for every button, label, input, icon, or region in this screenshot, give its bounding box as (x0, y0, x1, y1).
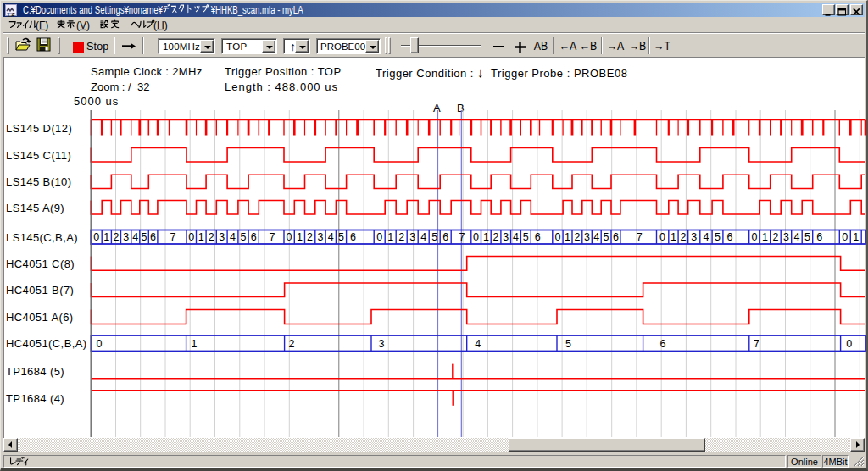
svg-text:4: 4 (230, 231, 236, 243)
svg-text:6: 6 (350, 231, 356, 243)
svg-text:1: 1 (483, 231, 489, 243)
svg-text:3: 3 (409, 231, 415, 243)
svg-text:3: 3 (219, 231, 225, 243)
svg-text:3: 3 (318, 231, 324, 243)
svg-text:4: 4 (704, 231, 709, 243)
svg-text:0: 0 (555, 231, 561, 243)
svg-text:3: 3 (783, 231, 789, 243)
svg-text:4: 4 (420, 231, 426, 243)
svg-text:2: 2 (680, 231, 686, 243)
svg-text:1: 1 (762, 231, 768, 243)
svg-text:2: 2 (113, 231, 119, 243)
svg-text:0: 0 (188, 231, 194, 243)
svg-text:6: 6 (251, 231, 257, 243)
svg-text:2: 2 (398, 231, 404, 243)
svg-text:0: 0 (93, 231, 99, 243)
svg-text:6: 6 (660, 338, 666, 350)
svg-text:5: 5 (142, 231, 147, 243)
svg-text:0: 0 (659, 231, 665, 243)
svg-text:6: 6 (613, 231, 619, 243)
svg-text:1: 1 (297, 231, 303, 243)
svg-text:0: 0 (376, 231, 382, 243)
svg-text:0: 0 (287, 231, 292, 243)
svg-text:0: 0 (752, 231, 758, 243)
svg-text:3: 3 (691, 231, 697, 243)
svg-text:1: 1 (198, 231, 204, 243)
svg-text:3: 3 (123, 231, 129, 243)
svg-text:1: 1 (670, 231, 676, 243)
svg-text:2: 2 (307, 231, 313, 243)
svg-text:7: 7 (754, 338, 760, 350)
svg-text:3: 3 (503, 231, 509, 243)
svg-text:5: 5 (241, 231, 247, 243)
svg-text:5: 5 (715, 231, 721, 243)
svg-text:6: 6 (726, 231, 732, 243)
svg-text:7: 7 (637, 231, 643, 243)
svg-text:1: 1 (853, 231, 859, 243)
svg-text:7: 7 (459, 231, 465, 243)
svg-text:7: 7 (270, 231, 275, 243)
svg-text:4: 4 (132, 231, 138, 243)
svg-text:5: 5 (338, 231, 344, 243)
svg-text:6: 6 (150, 231, 156, 243)
svg-text:4: 4 (593, 231, 599, 243)
svg-text:6: 6 (442, 231, 448, 243)
svg-text:2: 2 (493, 231, 499, 243)
svg-text:4: 4 (475, 338, 481, 350)
svg-text:5: 5 (431, 231, 437, 243)
svg-text:2: 2 (773, 231, 779, 243)
svg-text:7: 7 (170, 231, 175, 243)
svg-text:6: 6 (816, 231, 822, 243)
svg-text:2: 2 (209, 231, 214, 243)
svg-text:2: 2 (574, 231, 580, 243)
svg-text:4: 4 (794, 231, 800, 243)
svg-text:5: 5 (523, 231, 529, 243)
svg-text:0: 0 (473, 231, 479, 243)
svg-text:0: 0 (842, 231, 848, 243)
svg-text:5: 5 (565, 338, 571, 350)
svg-text:3: 3 (584, 231, 590, 243)
svg-text:6: 6 (535, 231, 541, 243)
svg-text:0: 0 (846, 338, 852, 350)
svg-text:1: 1 (192, 338, 198, 350)
svg-text:5: 5 (604, 231, 609, 243)
svg-text:0: 0 (97, 338, 103, 350)
svg-text:3: 3 (379, 338, 385, 350)
svg-text:1: 1 (387, 231, 393, 243)
svg-text:4: 4 (328, 231, 334, 243)
svg-text:5: 5 (804, 231, 810, 243)
svg-text:4: 4 (513, 231, 519, 243)
svg-text:1: 1 (103, 231, 109, 243)
svg-text:2: 2 (289, 338, 295, 350)
svg-text:1: 1 (565, 231, 570, 243)
